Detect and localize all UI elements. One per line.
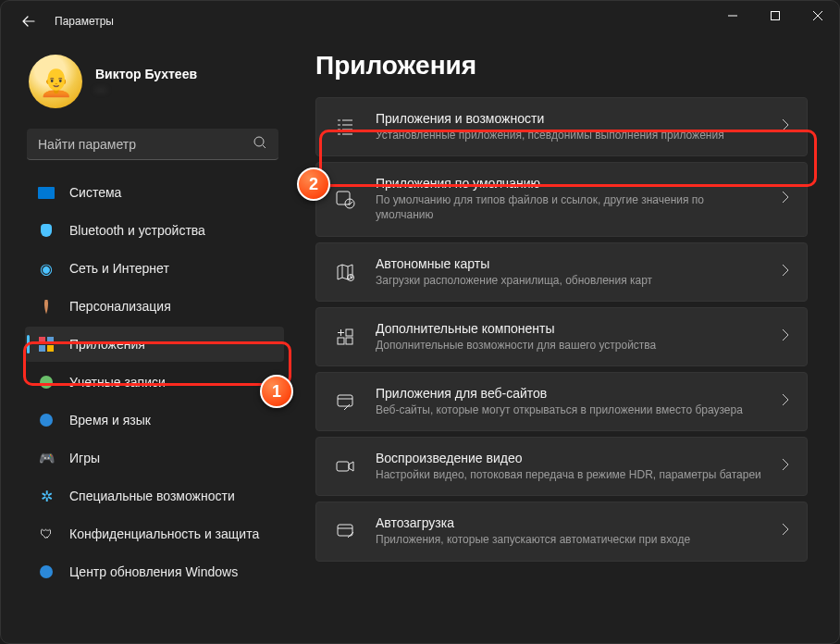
sidebar-item-apps[interactable]: Приложения [25,327,284,362]
svg-rect-0 [772,12,780,20]
sidebar-item-accounts[interactable]: Учетные записи [25,365,284,400]
svg-rect-10 [338,525,352,536]
card-title: Приложения по умолчанию [376,176,762,191]
maximize-button[interactable] [754,1,797,31]
card-subtitle: Приложения, которые запускаются автомати… [376,532,762,547]
chevron-right-icon [781,523,790,539]
card-apps-features[interactable]: Приложения и возможности Установленные п… [315,97,808,156]
card-title: Автономные карты [376,256,762,271]
card-subtitle: Установленные приложения, псевдонимы вып… [376,128,762,142]
card-title: Дополнительные компоненты [376,321,762,336]
sidebar-item-label: Время и язык [69,413,151,427]
sidebar: 🧑‍🦲 Виктор Бухтеев — Система [12,42,290,643]
card-subtitle: Веб-сайты, которые могут открываться в п… [376,402,762,417]
close-icon [813,11,822,20]
svg-rect-5 [338,338,344,344]
sidebar-item-accessibility[interactable]: ✲ Специальные возможности [25,478,284,514]
svg-rect-6 [346,338,352,344]
clock-icon [38,412,55,428]
sidebar-item-label: Учетные записи [69,375,166,390]
wifi-icon: ◉ [38,260,55,277]
svg-rect-8 [338,395,352,406]
chevron-right-icon [781,191,790,207]
chevron-right-icon [781,118,790,135]
sidebar-item-label: Специальные возможности [69,489,235,503]
sidebar-item-label: Конфиденциальность и защита [69,526,259,541]
sidebar-item-gaming[interactable]: 🎮 Игры [25,440,284,476]
card-subtitle: Настройки видео, потоковая передача в ре… [376,467,762,482]
update-icon [38,564,55,580]
minimize-button[interactable] [711,1,754,31]
sidebar-item-label: Система [69,185,121,200]
settings-window: Параметры 🧑‍🦲 Виктор Бухтеев — [0,0,840,644]
sidebar-item-label: Сеть и Интернет [69,261,169,276]
sidebar-item-system[interactable]: Система [25,175,284,210]
search-input[interactable] [27,129,278,160]
websites-icon [333,391,357,412]
sidebar-item-time-language[interactable]: Время и язык [25,402,284,438]
svg-rect-9 [337,462,349,471]
brush-icon [38,298,55,315]
sidebar-item-privacy[interactable]: 🛡 Конфиденциальность и защита [25,516,284,551]
minimize-icon [728,11,737,20]
search-icon [253,135,267,154]
sidebar-item-label: Центр обновления Windows [69,564,238,579]
sidebar-item-label: Игры [69,451,100,465]
video-icon [333,456,357,477]
window-title: Параметры [55,15,114,28]
optional-features-icon [333,327,357,347]
back-arrow-icon [21,14,36,29]
user-email: — [95,83,197,96]
sidebar-item-label: Персонализация [69,299,171,314]
card-subtitle: Дополнительные возможности для вашего ус… [376,338,762,353]
chevron-right-icon [781,458,790,475]
card-subtitle: Загрузки расположение хранилища, обновле… [376,273,762,288]
bluetooth-icon [38,222,55,239]
card-title: Автозагрузка [376,515,762,530]
card-title: Приложения для веб-сайтов [376,386,762,401]
card-video-playback[interactable]: Воспроизведение видео Настройки видео, п… [315,437,808,496]
user-name: Виктор Бухтеев [95,67,197,81]
sidebar-item-windows-update[interactable]: Центр обновления Windows [25,554,284,589]
svg-rect-7 [346,329,352,336]
accessibility-icon: ✲ [38,488,55,504]
startup-icon [333,521,357,541]
main-content: Приложения Приложения и возможности Уста… [290,42,828,643]
svg-point-1 [254,137,264,146]
sidebar-item-bluetooth[interactable]: Bluetooth и устройства [25,213,284,248]
close-button[interactable] [797,1,839,31]
default-apps-icon [333,189,357,209]
user-icon [38,374,55,390]
page-title: Приложения [315,51,808,80]
card-apps-for-websites[interactable]: Приложения для веб-сайтов Веб-сайты, кот… [315,372,808,431]
system-icon [38,184,55,201]
sidebar-nav: Система Bluetooth и устройства ◉ Сеть и … [25,175,284,589]
search-box[interactable] [27,129,278,160]
card-default-apps[interactable]: Приложения по умолчанию По умолчанию для… [315,162,808,236]
sidebar-item-label: Приложения [69,337,145,352]
back-button[interactable] [14,6,43,36]
window-controls [711,1,839,31]
chevron-right-icon [781,393,790,410]
card-optional-features[interactable]: Дополнительные компоненты Дополнительные… [315,307,808,366]
shield-icon: 🛡 [38,526,55,542]
sidebar-item-label: Bluetooth и устройства [69,223,205,238]
card-startup[interactable]: Автозагрузка Приложения, которые запуска… [315,502,808,561]
apps-icon [38,336,55,353]
chevron-right-icon [781,328,790,345]
card-title: Воспроизведение видео [376,451,762,465]
card-subtitle: По умолчанию для типов файлов и ссылок, … [376,192,762,222]
avatar: 🧑‍🦲 [29,55,82,108]
chevron-right-icon [781,264,790,280]
svg-rect-2 [337,192,350,204]
user-profile[interactable]: 🧑‍🦲 Виктор Бухтеев — [25,49,284,125]
maximize-icon [771,11,780,20]
apps-features-icon [333,117,357,137]
maps-icon [333,262,357,282]
sidebar-item-network[interactable]: ◉ Сеть и Интернет [25,251,284,286]
card-offline-maps[interactable]: Автономные карты Загрузки расположение х… [315,242,808,302]
gaming-icon: 🎮 [38,450,55,466]
sidebar-item-personalization[interactable]: Персонализация [25,289,284,324]
card-title: Приложения и возможности [376,111,762,126]
